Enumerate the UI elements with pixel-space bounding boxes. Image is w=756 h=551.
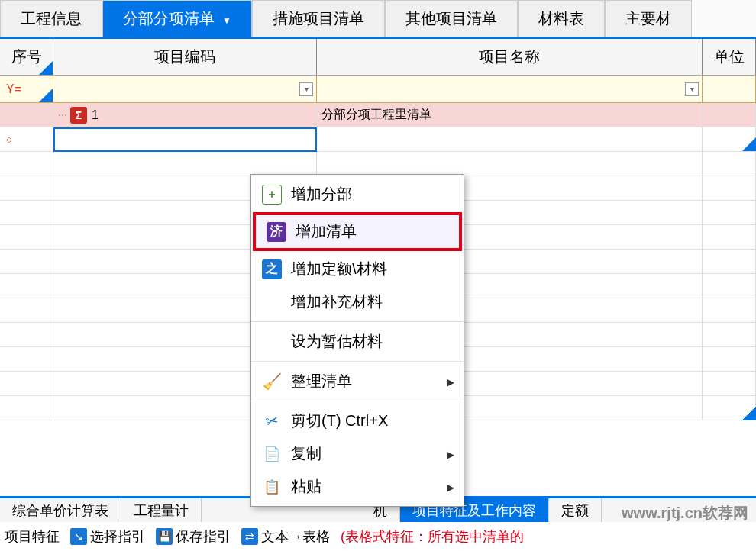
select-guide-button[interactable]: ↘ 选择指引 [70,527,145,546]
filter-code[interactable]: ▾ [53,76,317,102]
quota-icon: 之 [262,259,282,279]
sigma-icon: Σ [70,107,87,124]
list-icon: 济 [267,222,286,242]
edit-cell[interactable] [53,127,317,152]
plus-icon: + [262,185,282,205]
filter-unit[interactable] [703,76,756,102]
blank-icon [262,332,282,352]
submenu-arrow-icon: ▸ [447,445,454,463]
tab-other-items[interactable]: 其他项目清单 [385,0,518,37]
col-header-unit[interactable]: 单位 [703,39,756,75]
tree-collapse-icon[interactable]: ⋯ [58,110,67,121]
submenu-arrow-icon: ▸ [447,372,454,391]
filter-name[interactable]: ▾ [317,76,703,102]
paste-icon: 📋 [262,477,282,497]
copy-icon: 📄 [262,444,282,464]
context-menu: + 增加分部 济 增加清单 之 增加定额\材料 增加补充材料 设为暂估材料 🧹 … [250,174,464,507]
table-row[interactable]: ⋯ Σ 1 分部分项工程里清单 [0,103,756,127]
dropdown-icon[interactable]: ▾ [685,82,699,96]
watermark: www.rjtj.cn软荐网 [622,503,748,524]
feature-toolbar: 项目特征 ↘ 选择指引 💾 保存指引 ⇄ 文本→表格 (表格式特征：所有选中清单… [0,522,756,551]
menu-cut[interactable]: ✂ 剪切(T) Ctrl+X [251,404,464,437]
menu-separator [251,361,464,362]
tab-project-info[interactable]: 工程信息 [0,0,102,37]
menu-separator [251,321,464,322]
scissors-icon: ✂ [260,409,283,432]
col-header-seq[interactable]: 序号 [0,39,53,75]
submenu-arrow-icon: ▸ [447,478,454,496]
btab-calc[interactable]: 综合单价计算表 [0,498,121,522]
broom-icon: 🧹 [262,372,282,392]
table-row[interactable]: ◇ [0,127,756,152]
filter-row: Y= ▾ ▾ [0,76,756,103]
menu-copy[interactable]: 📄 复制 ▸ [251,437,464,470]
row-name: 分部分项工程里清单 [317,103,703,127]
menu-organize[interactable]: 🧹 整理清单 ▸ [251,365,464,398]
menu-add-section[interactable]: + 增加分部 [251,178,464,211]
convert-icon: ⇄ [241,528,258,545]
dropdown-icon[interactable]: ▾ [299,82,313,96]
filter-seq[interactable]: Y= [0,76,53,102]
col-header-code[interactable]: 项目编码 [53,39,317,75]
text-to-table-button[interactable]: ⇄ 文本→表格 [241,527,330,546]
menu-add-supplement[interactable]: 增加补充材料 [251,285,464,318]
select-icon: ↘ [70,528,87,545]
format-note: (表格式特征：所有选中清单的 [341,527,524,546]
save-guide-button[interactable]: 💾 保存指引 [156,527,231,546]
blank-icon [262,292,282,312]
grid-header: 序号 项目编码 项目名称 单位 [0,39,756,76]
table-row[interactable] [0,152,756,176]
tab-measure-items[interactable]: 措施项目清单 [252,0,385,37]
tab-main-material[interactable]: 主要材 [605,0,692,37]
tab-material[interactable]: 材料表 [518,0,605,37]
row-marker-icon: ◇ [6,135,12,143]
feature-label: 项目特征 [5,527,60,546]
menu-set-temp[interactable]: 设为暂估材料 [251,325,464,358]
row-seq: 1 [92,108,99,122]
menu-separator [251,401,464,401]
menu-paste[interactable]: 📋 粘贴 ▸ [251,470,464,503]
filter-icon: Y= [0,82,21,96]
tab-sub-items[interactable]: 分部分项清单 [102,0,252,37]
save-icon: 💾 [156,528,173,545]
menu-add-list[interactable]: 济 增加清单 [253,212,462,251]
menu-add-quota[interactable]: 之 增加定额\材料 [251,253,464,285]
col-header-name[interactable]: 项目名称 [317,39,703,75]
btab-quota[interactable]: 定额 [549,498,602,522]
main-tabs: 工程信息 分部分项清单 措施项目清单 其他项目清单 材料表 主要材 [0,0,756,39]
btab-qty[interactable]: 工程量计 [121,498,202,522]
